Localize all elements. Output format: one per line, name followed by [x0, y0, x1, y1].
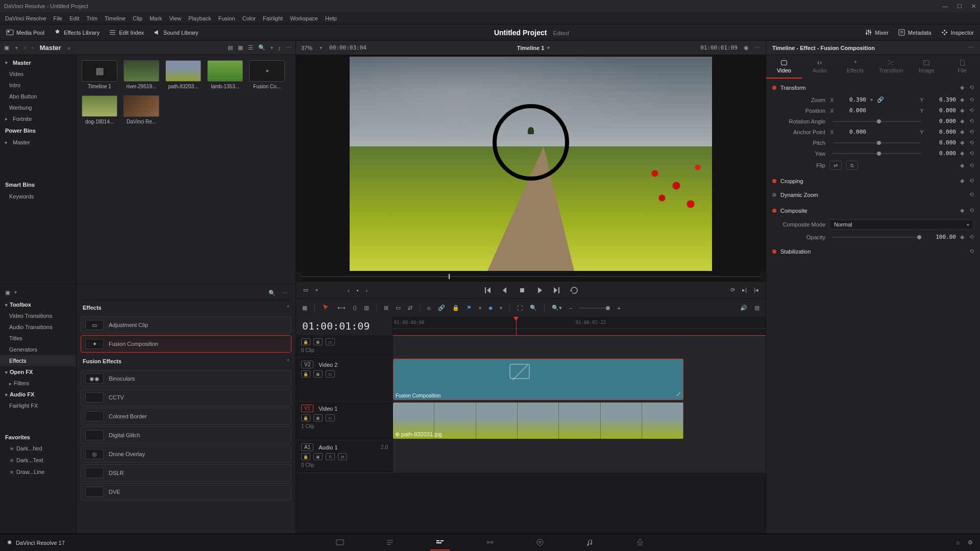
link-icon[interactable]: 🔗: [877, 96, 884, 103]
keyframe-icon[interactable]: ◆: [960, 139, 964, 146]
insert-tool[interactable]: ⊞: [384, 305, 388, 311]
go-start-icon[interactable]: |◂: [754, 287, 758, 293]
effect-colored-border[interactable]: Colored Border: [81, 408, 291, 425]
reset-icon[interactable]: ⟲: [969, 207, 974, 214]
tab-transition[interactable]: Transition: [873, 55, 909, 79]
composite-mode-select[interactable]: Normal▾: [829, 219, 974, 230]
effects-search-icon[interactable]: 🔍: [268, 290, 276, 296]
viewer-scrubber[interactable]: [302, 272, 760, 281]
reset-icon[interactable]: ⟲: [969, 129, 974, 135]
playhead[interactable]: [516, 319, 517, 335]
tab-image[interactable]: Image: [909, 55, 944, 79]
lock-icon[interactable]: 🔒: [301, 414, 310, 421]
enable-dot-icon[interactable]: [772, 209, 776, 213]
zoom-menu-icon[interactable]: 🔍▾: [552, 305, 562, 311]
reset-icon[interactable]: ⟲: [969, 191, 974, 198]
flip-h-button[interactable]: ⇄: [829, 161, 842, 170]
zoom-in-button[interactable]: +: [617, 305, 620, 311]
tab-audio[interactable]: Audio: [802, 55, 838, 79]
auto-select-icon[interactable]: ▣: [313, 338, 323, 345]
trim-tool[interactable]: ⟷: [337, 305, 346, 311]
keyframe-icon[interactable]: ◆: [960, 178, 964, 184]
clip-lamb[interactable]: lamb-1353...: [207, 60, 243, 89]
reset-icon[interactable]: ⟲: [969, 107, 974, 114]
collapse-icon[interactable]: ˄: [287, 305, 289, 311]
timeline-view-icon[interactable]: ▦: [302, 305, 307, 311]
timeline-ruler[interactable]: 01:00:00:00 01:00:02:22: [393, 317, 766, 329]
menu-timeline[interactable]: Timeline: [105, 15, 126, 21]
effect-binoculars[interactable]: ◉◉Binoculars: [81, 370, 291, 387]
cat-audio-transitions[interactable]: Audio Transitions: [0, 321, 76, 333]
page-edit[interactable]: [430, 535, 450, 550]
effect-dve[interactable]: DVE: [81, 483, 291, 500]
zoom-slider-icon[interactable]: 🔍: [530, 305, 537, 311]
menu-workspace[interactable]: Workspace: [290, 15, 318, 21]
marker-blue-icon[interactable]: ◆: [488, 305, 493, 311]
effects-library-toggle[interactable]: Effects Library: [54, 29, 100, 36]
loop-button[interactable]: [570, 286, 578, 294]
settings-icon[interactable]: ⚙: [968, 539, 973, 546]
track-a1-badge[interactable]: A1: [301, 443, 313, 451]
menu-fairlight[interactable]: Fairlight: [263, 15, 283, 21]
page-color[interactable]: [530, 536, 550, 550]
clip-path[interactable]: path-83203...: [165, 60, 201, 89]
effects-layout-icon[interactable]: ▣: [5, 289, 10, 296]
mixer-toggle[interactable]: Mixer: [865, 29, 889, 36]
edit-index-toggle[interactable]: Edit Index: [109, 29, 144, 36]
replace-tool[interactable]: ⇄: [408, 305, 412, 311]
track-v1-badge[interactable]: V1: [301, 405, 313, 412]
keyframe-icon[interactable]: ◆: [960, 234, 964, 240]
anchor-y-field[interactable]: 0.000: [928, 129, 956, 135]
page-fairlight[interactable]: [580, 536, 600, 550]
cat-favorites[interactable]: Favorites: [0, 432, 76, 443]
timeline-options-icon[interactable]: ▥: [754, 305, 760, 311]
flag-blue-icon[interactable]: ⚑: [467, 305, 472, 311]
sidebar-section-smartbins[interactable]: Smart Bins: [0, 179, 76, 191]
tab-video[interactable]: Video: [766, 55, 802, 79]
collapse-icon[interactable]: ˄: [287, 359, 289, 364]
disable-icon[interactable]: ▭: [326, 338, 335, 345]
cat-audiofx[interactable]: Audio FX: [0, 389, 76, 400]
pitch-slider[interactable]: [832, 142, 921, 143]
enable-dot-icon[interactable]: [772, 86, 776, 90]
zoom-x-field[interactable]: 0.390: [839, 96, 866, 103]
pos-x-field[interactable]: 0.000: [839, 107, 866, 114]
keyframe-icon[interactable]: ◆: [960, 96, 964, 103]
menu-color[interactable]: Color: [242, 15, 256, 21]
link-toggle[interactable]: 🔗: [438, 305, 445, 311]
track-v2-body[interactable]: Fusion Composition ⤢: [393, 358, 766, 401]
sidebar-item-master[interactable]: Master: [0, 57, 76, 68]
track-v3-body[interactable]: [393, 335, 766, 357]
clip-path-image[interactable]: ⊕ path-832031.jpg: [393, 403, 683, 439]
effects-menu-icon[interactable]: ⋯: [282, 290, 287, 296]
tab-effects[interactable]: Effects: [838, 55, 873, 79]
clip-timeline1[interactable]: Timeline 1: [82, 60, 117, 89]
mute-icon[interactable]: M: [338, 453, 347, 460]
keyframe-icon[interactable]: ◆: [960, 118, 964, 124]
menu-help[interactable]: Help: [325, 15, 337, 21]
effect-drone-overlay[interactable]: ◎Drone Overlay: [81, 445, 291, 463]
disable-icon[interactable]: ▭: [326, 414, 335, 421]
lock-icon[interactable]: 🔒: [301, 370, 310, 378]
go-end-icon[interactable]: ▸|: [742, 287, 747, 293]
zoom-y-field[interactable]: 0.390: [928, 96, 956, 103]
viewer-menu-icon[interactable]: ⋯: [755, 44, 761, 51]
reset-icon[interactable]: ⟲: [969, 118, 974, 124]
clip-river[interactable]: river-29519...: [124, 60, 159, 89]
section-stabilization[interactable]: Stabilization⟲: [766, 244, 980, 258]
clip-fusion[interactable]: ✦Fusion Co...: [249, 60, 285, 89]
reset-icon[interactable]: ⟲: [969, 162, 974, 169]
view-list-icon[interactable]: ☰: [248, 44, 253, 51]
keyframe-icon[interactable]: ◆: [960, 84, 964, 91]
viewer-zoom[interactable]: 37%: [301, 45, 312, 51]
fav-item-2[interactable]: ★Dark...Text: [0, 455, 76, 466]
audio-monitor-icon[interactable]: 🔊: [740, 305, 747, 311]
inspector-toggle[interactable]: Inspector: [941, 29, 974, 36]
sidebar-item-werbung[interactable]: Werbung: [0, 102, 76, 113]
keyframe-icon[interactable]: ◆: [960, 162, 964, 169]
snapping-toggle[interactable]: ⎋: [427, 305, 431, 311]
reset-icon[interactable]: ⟲: [969, 139, 974, 146]
reset-icon[interactable]: ⟲: [969, 234, 974, 240]
track-a1-name[interactable]: Audio 1: [318, 444, 337, 450]
rotation-slider[interactable]: [832, 121, 921, 122]
